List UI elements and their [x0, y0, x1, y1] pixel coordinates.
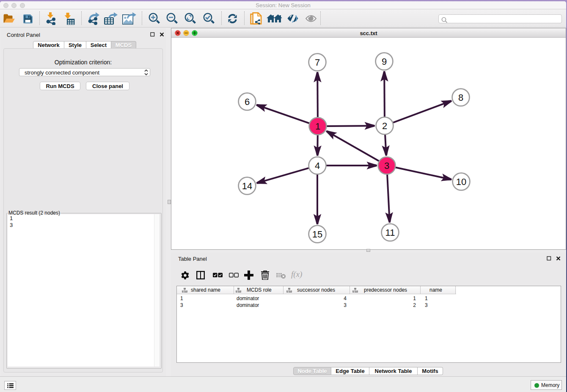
svg-text:4: 4 [315, 160, 320, 171]
svg-text:8: 8 [458, 92, 463, 103]
svg-text:3: 3 [384, 160, 389, 171]
svg-text:7: 7 [315, 57, 320, 68]
svg-text:9: 9 [382, 56, 387, 67]
svg-text:14: 14 [242, 181, 252, 191]
svg-text:6: 6 [245, 97, 250, 107]
svg-text:15: 15 [312, 229, 322, 240]
svg-text:11: 11 [385, 227, 395, 238]
svg-text:10: 10 [456, 177, 466, 187]
svg-text:2: 2 [382, 121, 387, 131]
svg-text:1: 1 [315, 121, 320, 132]
